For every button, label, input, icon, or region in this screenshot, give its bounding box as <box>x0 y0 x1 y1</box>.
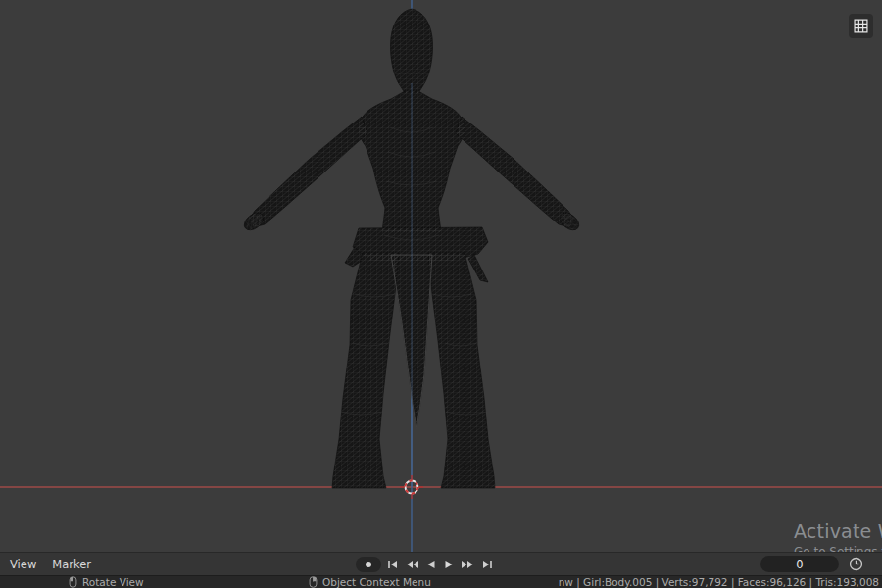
current-frame-value: 0 <box>796 558 803 571</box>
previous-keyframe-button[interactable] <box>405 556 420 573</box>
jump-to-end-button[interactable] <box>479 556 495 573</box>
playback-controls <box>356 553 495 575</box>
status-hint-rotate: Rotate View <box>69 576 144 588</box>
next-keyframe-button[interactable] <box>460 556 475 573</box>
clock-icon <box>849 557 863 571</box>
mouse-icon <box>69 576 77 588</box>
jump-to-start-icon <box>386 559 400 570</box>
watermark-line2: Go to Settings to activate Windows. <box>794 545 882 552</box>
jump-to-end-icon <box>480 559 494 570</box>
mouse-icon <box>309 576 318 588</box>
status-bar: Rotate View Object Context Menu nw | Gir… <box>0 575 882 588</box>
watermark-line1: Activate Windows <box>794 520 882 542</box>
status-hint-context-menu: Object Context Menu <box>309 576 431 588</box>
activate-windows-watermark: Activate Windows Go to Settings to activ… <box>794 520 882 552</box>
menu-marker[interactable]: Marker <box>52 558 91 571</box>
3d-viewport[interactable]: Activate Windows Go to Settings to activ… <box>0 0 882 552</box>
play-button[interactable] <box>442 556 456 573</box>
record-dot-icon <box>365 561 372 568</box>
play-reverse-button[interactable] <box>424 556 438 573</box>
current-frame-field[interactable]: 0 <box>760 556 839 572</box>
next-keyframe-icon <box>461 559 474 570</box>
previous-keyframe-icon <box>406 559 419 570</box>
menu-view[interactable]: View <box>10 558 36 571</box>
status-hint-rotate-label: Rotate View <box>82 576 144 588</box>
timeline-menus: View Marker <box>10 553 91 575</box>
scene-statistics: nw | Girl:Body.005 | Verts:97,792 | Face… <box>559 576 879 588</box>
grid-button[interactable] <box>849 14 873 38</box>
timeline-header: View Marker <box>0 552 882 575</box>
status-hint-context-menu-label: Object Context Menu <box>322 576 431 588</box>
viewport-scene <box>0 0 882 552</box>
grid-icon <box>854 19 868 33</box>
scene-statistics-text: nw | Girl:Body.005 | Verts:97,792 | Face… <box>559 576 879 588</box>
auto-keyframe-button[interactable] <box>356 557 381 572</box>
play-reverse-icon <box>425 559 437 570</box>
play-icon <box>443 559 455 570</box>
blender-window: Activate Windows Go to Settings to activ… <box>0 0 882 588</box>
jump-to-start-button[interactable] <box>385 556 401 573</box>
time-display-button[interactable] <box>849 557 863 571</box>
